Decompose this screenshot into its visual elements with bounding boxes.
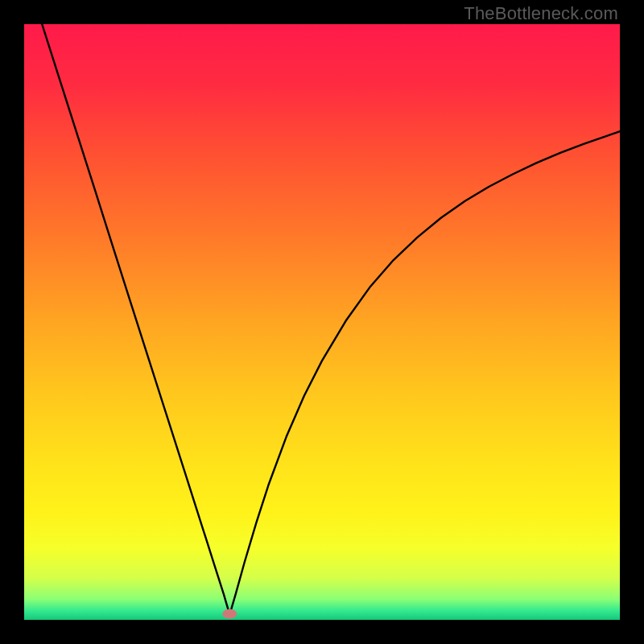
chart-frame: TheBottleneck.com (0, 0, 644, 644)
plot-area (24, 24, 620, 620)
bottleneck-chart (24, 24, 620, 620)
gradient-background (24, 24, 620, 620)
minimum-marker (222, 609, 237, 619)
watermark-text: TheBottleneck.com (464, 3, 618, 24)
